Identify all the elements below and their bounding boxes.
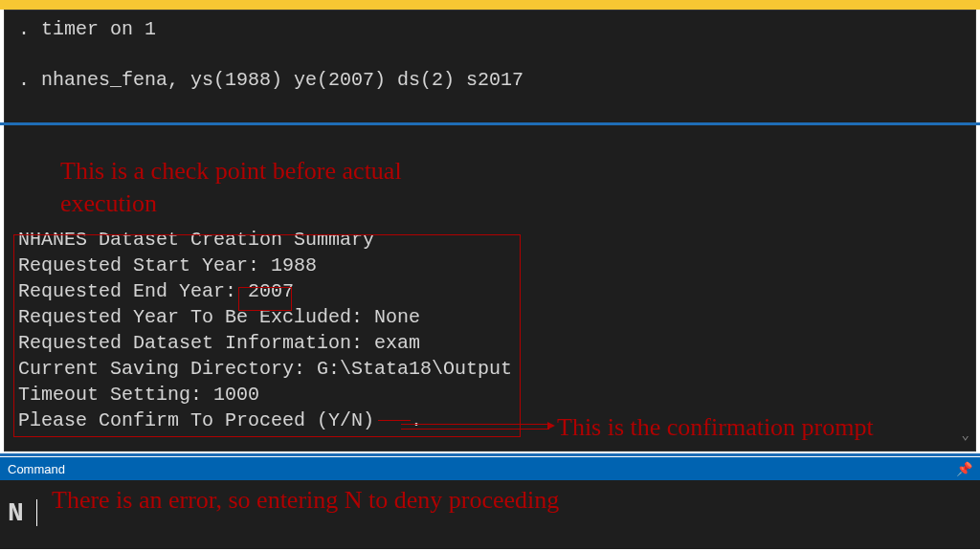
annotation-arrow-line-bottom [401,429,549,430]
blue-divider-top [0,122,980,125]
summary-start-year: Requested Start Year: 1988 [18,253,964,278]
summary-title: NHANES Dataset Creation Summary [18,227,964,253]
end-year-label: Requested End Year: [18,280,248,302]
blue-divider-bottom [0,453,980,456]
terminal-line: . nhanes_fena, ys(1988) ye(2007) ds(2) s… [18,67,964,93]
command-input-area[interactable]: There is an error, so entering N to deny… [0,480,980,549]
command-input[interactable] [8,498,36,528]
annotation-arrow-line-top [401,424,549,425]
annotation-confirmation: This is the confirmation prompt [557,411,874,444]
summary-end-year: Requested End Year: 2007 [18,278,964,304]
pin-icon[interactable]: 📌 [956,461,972,476]
top-yellow-bar [0,0,980,10]
summary-timeout: Timeout Setting: 1000 [18,382,964,408]
annotation-arrow-head [547,422,555,430]
command-label: Command [8,462,65,476]
terminal-output: . timer on 1 . nhanes_fena, ys(1988) ye(… [5,11,975,451]
scroll-down-indicator[interactable]: ⌄ [962,427,969,445]
annotation-deny: There is an error, so entering N to deny… [52,484,559,517]
command-bar: Command 📌 [0,457,980,480]
annotation-checkpoint: This is a check point before actual exec… [60,155,405,220]
summary-saving-dir: Current Saving Directory: G:\Stata18\Out… [18,356,964,382]
summary-excluded: Requested Year To Be Excluded: None [18,304,964,330]
text-cursor [36,499,37,526]
start-year-label: Requested Start Year: [18,254,271,276]
summary-dataset-info: Requested Dataset Information: exam [18,330,964,356]
confirm-text: Please Confirm To Proceed (Y/N) [18,409,374,431]
end-year-value: 2007 [248,280,294,302]
terminal-line: . timer on 1 [18,16,964,42]
start-year-value: 1988 [271,254,317,276]
